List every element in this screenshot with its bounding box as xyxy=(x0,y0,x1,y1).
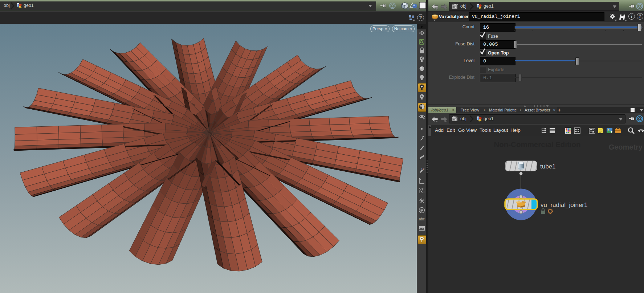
svg-text:12: 12 xyxy=(421,167,424,171)
svg-text:tube1: tube1 xyxy=(540,163,556,170)
svg-text:vu_radial_joiner1: vu_radial_joiner1 xyxy=(541,202,587,208)
svg-text:abc: abc xyxy=(419,217,425,221)
